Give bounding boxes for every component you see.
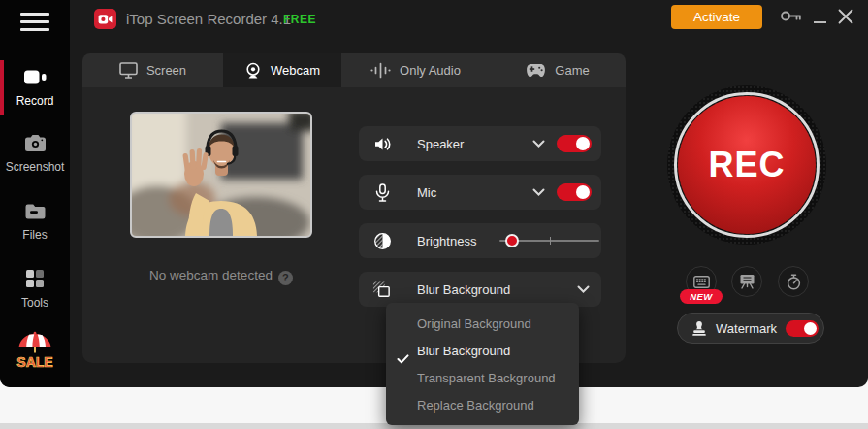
background-chevron-down-icon[interactable] — [577, 285, 590, 293]
help-icon[interactable]: ? — [278, 271, 293, 285]
sidebar-item-screenshot[interactable]: Screenshot — [0, 134, 70, 174]
sidebar-item-record[interactable]: Record — [0, 68, 70, 108]
tab-label: Webcam — [271, 63, 320, 78]
tab-game[interactable]: Game — [490, 53, 626, 87]
rec-button[interactable]: REC — [667, 85, 826, 245]
rec-label: REC — [708, 145, 785, 185]
webcam-preview — [130, 112, 312, 238]
minimize-button[interactable] — [813, 8, 828, 25]
license-badge: FREE — [283, 13, 316, 26]
stamp-icon — [691, 320, 707, 337]
sidebar-item-sale[interactable]: SALE — [0, 329, 70, 375]
webcam-status: No webcam detected? — [130, 268, 312, 285]
blur-background-icon — [372, 280, 392, 299]
menu-item-label: Original Background — [417, 316, 531, 331]
stopwatch-icon — [787, 274, 801, 290]
mic-icon — [372, 183, 392, 202]
new-badge: NEW — [680, 289, 723, 304]
menu-item-label: Transparent Background — [417, 371, 556, 385]
timer-button[interactable] — [778, 266, 809, 297]
background-select-value: Blur Background — [417, 282, 510, 297]
app-title: iTop Screen Recorder 4.1 — [126, 11, 291, 27]
slider-center-tick — [550, 237, 551, 245]
speaker-chevron-down-icon[interactable] — [532, 140, 545, 148]
brightness-slider[interactable] — [499, 234, 599, 248]
screen: iTop Screen Recorder 4.1 FREE Activate R… — [0, 0, 868, 429]
menu-item-replace-background[interactable]: Replace Background — [386, 392, 579, 419]
mic-row: Mic — [359, 175, 601, 210]
webcam-status-text: No webcam detected — [149, 268, 273, 282]
speaker-label: Speaker — [417, 137, 464, 151]
sidebar-item-label: Screenshot — [6, 160, 65, 174]
monitor-icon — [119, 62, 138, 79]
sidebar-item-tools[interactable]: Tools — [0, 269, 70, 310]
tab-webcam[interactable]: Webcam — [223, 53, 341, 87]
hamburger-menu-icon[interactable] — [20, 13, 49, 32]
brightness-icon — [372, 232, 392, 250]
background-dropdown-menu: Original Background Blur Background Tran… — [386, 303, 579, 425]
sidebar: Record Screenshot Files Tools — [0, 0, 70, 387]
webcam-icon — [244, 62, 262, 80]
watermark-toggle[interactable] — [786, 320, 819, 337]
mic-toggle[interactable] — [557, 183, 592, 201]
menu-item-blur-background[interactable]: Blur Background — [386, 338, 579, 365]
menu-item-original-background[interactable]: Original Background — [386, 311, 579, 338]
tab-screen[interactable]: Screen — [82, 53, 223, 87]
photo-camera-icon — [0, 134, 70, 155]
tab-label: Screen — [146, 63, 186, 78]
brightness-row: Brightness — [359, 223, 601, 258]
webcam-preview-image — [132, 114, 310, 236]
close-button[interactable] — [836, 7, 855, 26]
mic-label: Mic — [417, 185, 436, 200]
sidebar-item-label: Tools — [21, 296, 48, 310]
folder-icon — [0, 203, 70, 223]
slider-thumb[interactable] — [505, 234, 519, 248]
rec-button-face: REC — [678, 96, 816, 234]
menu-item-transparent-background[interactable]: Transparent Background — [386, 365, 579, 392]
background-select[interactable]: Blur Background — [359, 272, 601, 307]
menu-item-label: Blur Background — [417, 344, 510, 358]
speaker-row: Speaker — [359, 126, 601, 161]
waveform-icon — [370, 62, 391, 79]
tab-label: Only Audio — [400, 63, 461, 78]
sidebar-item-label: Files — [22, 228, 47, 242]
tab-label: Game — [555, 63, 589, 78]
brightness-label: Brightness — [417, 234, 476, 248]
whiteboard-icon — [739, 274, 755, 289]
speaker-icon — [372, 136, 392, 152]
activate-button[interactable]: Activate — [671, 5, 762, 29]
sidebar-item-label: Record — [16, 94, 54, 108]
app-logo-icon — [94, 9, 116, 29]
menu-item-label: Replace Background — [417, 398, 534, 412]
gamepad-icon — [526, 63, 546, 78]
sidebar-item-files[interactable]: Files — [0, 203, 70, 242]
keyboard-icon — [693, 276, 710, 288]
watermark-label: Watermark — [716, 321, 777, 336]
video-camera-icon — [0, 68, 70, 89]
license-key-icon[interactable] — [780, 9, 802, 27]
watermark-control[interactable]: Watermark — [677, 313, 824, 344]
tab-only-audio[interactable]: Only Audio — [341, 53, 490, 87]
whiteboard-button[interactable] — [731, 266, 762, 297]
sale-umbrella-icon: SALE — [14, 329, 56, 372]
grid-icon — [0, 269, 70, 291]
mic-chevron-down-icon[interactable] — [532, 188, 545, 196]
sale-text: SALE — [16, 354, 52, 370]
speaker-toggle[interactable] — [557, 135, 592, 152]
